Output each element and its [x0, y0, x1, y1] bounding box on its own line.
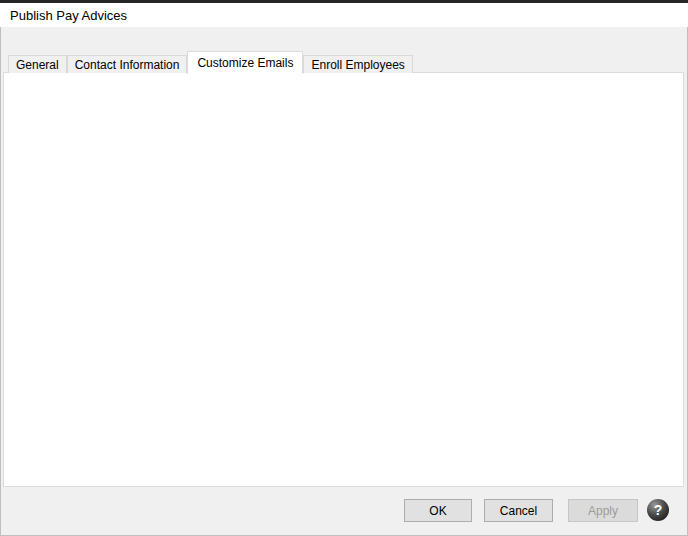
window-title: Publish Pay Advices [10, 8, 127, 23]
tab-contact-information[interactable]: Contact Information [67, 55, 188, 73]
tab-enroll-employees[interactable]: Enroll Employees [303, 55, 412, 73]
titlebar: Publish Pay Advices [0, 3, 688, 27]
ok-button[interactable]: OK [404, 499, 472, 522]
apply-button: Apply [568, 499, 638, 522]
tab-enroll-employees-label: Enroll Employees [311, 58, 404, 72]
tab-customize-emails[interactable]: Customize Emails [187, 51, 303, 74]
cancel-button[interactable]: Cancel [484, 499, 553, 522]
cancel-button-label: Cancel [500, 504, 537, 518]
tab-contact-information-label: Contact Information [75, 58, 180, 72]
tab-general[interactable]: General [8, 55, 67, 73]
tab-customize-emails-label: Customize Emails [197, 56, 293, 70]
help-icon-glyph: ? [654, 502, 663, 518]
tab-general-label: General [16, 58, 59, 72]
tab-strip: General Contact Information Customize Em… [8, 50, 413, 73]
help-icon[interactable]: ? [647, 499, 669, 521]
ok-button-label: OK [429, 504, 446, 518]
publish-pay-advices-dialog: Publish Pay Advices General Contact Info… [0, 0, 688, 536]
customize-emails-tab-page [3, 72, 684, 487]
apply-button-label: Apply [588, 504, 618, 518]
